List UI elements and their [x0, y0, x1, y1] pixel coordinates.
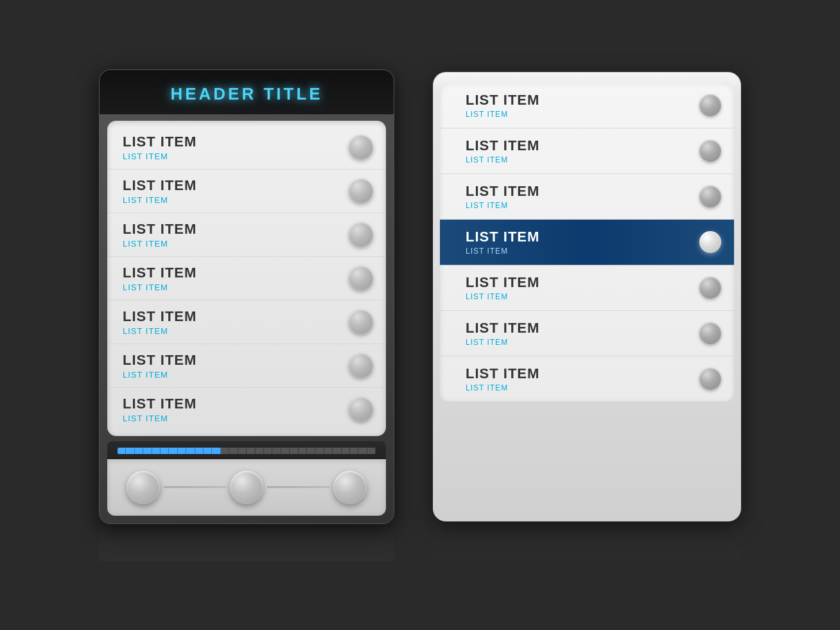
right-list-item[interactable]: LIST ITEM LIST ITEM [440, 265, 734, 311]
progress-segment [178, 448, 186, 454]
progress-segment [204, 448, 212, 454]
left-circle-btn-3[interactable] [349, 266, 373, 290]
left-item-primary-5: LIST ITEM [123, 352, 197, 369]
progress-segment [264, 448, 272, 454]
left-circle-btn-0[interactable] [349, 135, 373, 159]
left-item-primary-0: LIST ITEM [123, 134, 197, 150]
left-item-secondary-3: LIST ITEM [123, 283, 197, 292]
right-item-primary-3: LIST ITEM [466, 229, 539, 245]
progress-segment [161, 448, 169, 454]
left-bottom-bar [107, 441, 386, 459]
left-list-item[interactable]: LIST ITEM LIST ITEM [107, 257, 386, 301]
right-item-secondary-5: LIST ITEM [466, 338, 539, 347]
left-list-item[interactable]: LIST ITEM LIST ITEM [107, 344, 386, 388]
right-list-item[interactable]: LIST ITEM LIST ITEM [440, 83, 734, 128]
control-button-2[interactable] [230, 471, 263, 504]
right-item-text-2: LIST ITEM LIST ITEM [466, 183, 539, 210]
right-list-container: LIST ITEM LIST ITEM LIST ITEM LIST ITEM … [440, 83, 734, 401]
right-circle-btn-2[interactable] [699, 186, 721, 207]
right-reflection [433, 520, 741, 559]
connector-1 [164, 486, 226, 488]
right-list-item[interactable]: LIST ITEM LIST ITEM [440, 128, 734, 174]
progress-segment [324, 448, 333, 454]
control-button-3[interactable] [333, 471, 367, 504]
progress-segment [212, 448, 220, 454]
right-item-secondary-6: LIST ITEM [466, 383, 539, 392]
progress-segment [290, 448, 298, 454]
left-panel-wrapper: HEADER TITLE LIST ITEM LIST ITEM LIST IT… [99, 69, 394, 561]
left-circle-btn-1[interactable] [349, 179, 373, 203]
left-circle-btn-4[interactable] [349, 310, 373, 334]
left-item-text-5: LIST ITEM LIST ITEM [123, 352, 197, 380]
right-item-primary-5: LIST ITEM [466, 320, 539, 337]
right-item-text-1: LIST ITEM LIST ITEM [466, 137, 539, 164]
left-circle-btn-6[interactable] [349, 397, 373, 421]
progress-segment [315, 448, 324, 454]
left-header-title: HEADER TITLE [112, 84, 381, 104]
right-item-primary-0: LIST ITEM [466, 92, 539, 109]
progress-segment [152, 448, 161, 454]
right-list-item[interactable]: LIST ITEM LIST ITEM [440, 356, 734, 401]
progress-segment [272, 448, 281, 454]
right-item-secondary-0: LIST ITEM [466, 110, 539, 119]
left-list-item[interactable]: LIST ITEM LIST ITEM [107, 213, 386, 257]
right-circle-btn-0[interactable] [699, 94, 721, 116]
progress-segment [367, 448, 376, 454]
right-circle-btn-1[interactable] [699, 140, 721, 162]
left-list-item[interactable]: LIST ITEM LIST ITEM [107, 170, 386, 213]
progress-segment [256, 448, 264, 454]
right-item-secondary-3: LIST ITEM [466, 247, 539, 256]
right-item-text-3: LIST ITEM LIST ITEM [466, 229, 539, 256]
control-button-1[interactable] [127, 471, 160, 504]
left-list-item[interactable]: LIST ITEM LIST ITEM [107, 301, 386, 344]
right-item-secondary-1: LIST ITEM [466, 155, 539, 164]
right-circle-btn-6[interactable] [699, 368, 721, 390]
progress-segment [118, 448, 126, 454]
right-circle-btn-4[interactable] [699, 277, 721, 299]
progress-segment [186, 448, 195, 454]
right-item-secondary-2: LIST ITEM [466, 201, 539, 210]
progress-segment [221, 448, 229, 454]
left-item-primary-4: LIST ITEM [123, 308, 197, 325]
left-list-item[interactable]: LIST ITEM LIST ITEM [107, 126, 386, 170]
progress-segment [333, 448, 341, 454]
progress-segment [281, 448, 290, 454]
progress-segment [126, 448, 134, 454]
progress-bar [118, 448, 376, 454]
right-item-primary-2: LIST ITEM [466, 183, 539, 200]
progress-segment [229, 448, 238, 454]
progress-segment [195, 448, 204, 454]
progress-segment [238, 448, 247, 454]
right-item-primary-4: LIST ITEM [466, 274, 539, 291]
right-item-text-0: LIST ITEM LIST ITEM [466, 92, 539, 119]
progress-segment [307, 448, 315, 454]
left-item-secondary-1: LIST ITEM [123, 195, 197, 205]
right-list-item[interactable]: LIST ITEM LIST ITEM [440, 311, 734, 356]
left-circle-btn-5[interactable] [349, 353, 373, 378]
right-circle-btn-5[interactable] [699, 322, 721, 344]
left-item-text-1: LIST ITEM LIST ITEM [123, 177, 197, 205]
right-item-text-6: LIST ITEM LIST ITEM [466, 365, 539, 392]
progress-segment [350, 448, 358, 454]
left-item-text-2: LIST ITEM LIST ITEM [123, 221, 197, 249]
progress-segment [299, 448, 307, 454]
right-item-primary-1: LIST ITEM [466, 137, 539, 154]
left-item-primary-1: LIST ITEM [123, 177, 197, 194]
left-panel: HEADER TITLE LIST ITEM LIST ITEM LIST IT… [99, 69, 394, 524]
left-circle-btn-2[interactable] [349, 222, 373, 247]
left-item-text-0: LIST ITEM LIST ITEM [123, 134, 197, 161]
left-item-secondary-6: LIST ITEM [123, 414, 197, 423]
left-item-secondary-2: LIST ITEM [123, 239, 197, 249]
right-item-text-5: LIST ITEM LIST ITEM [466, 320, 539, 347]
right-list-item[interactable]: LIST ITEM LIST ITEM [440, 220, 734, 265]
left-list-item[interactable]: LIST ITEM LIST ITEM [107, 388, 386, 431]
right-circle-btn-3[interactable] [699, 231, 721, 253]
left-item-primary-3: LIST ITEM [123, 265, 197, 281]
right-panel-wrapper: LIST ITEM LIST ITEM LIST ITEM LIST ITEM … [433, 72, 741, 559]
left-item-text-4: LIST ITEM LIST ITEM [123, 308, 197, 336]
progress-segment [169, 448, 177, 454]
left-list-container: LIST ITEM LIST ITEM LIST ITEM LIST ITEM … [107, 121, 386, 436]
right-list-item[interactable]: LIST ITEM LIST ITEM [440, 174, 734, 220]
progress-segment [143, 448, 152, 454]
right-item-secondary-4: LIST ITEM [466, 292, 539, 301]
